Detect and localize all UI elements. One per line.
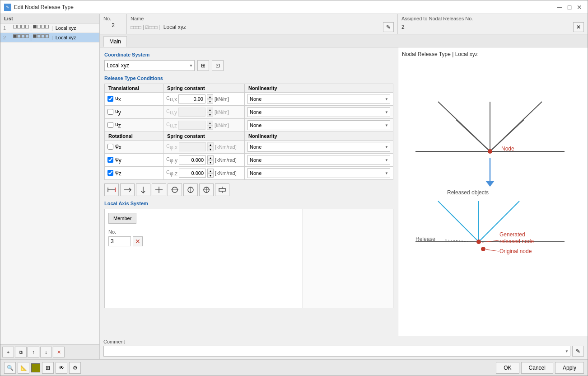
dof-checkbox-phiz[interactable] [107, 170, 113, 176]
dof-checkbox-phiy[interactable] [107, 157, 113, 163]
settings-button[interactable]: ⚙ [69, 362, 81, 374]
spin-down-uz[interactable]: ▼ [207, 125, 213, 130]
toolbar-btn-6[interactable] [183, 183, 198, 196]
spring-input-uy[interactable] [178, 108, 205, 117]
no-field-input[interactable] [108, 236, 131, 246]
dof-checkbox-uy[interactable] [107, 109, 113, 115]
color-indicator-1[interactable] [31, 363, 40, 372]
diagram-title: Nodal Release Type | Local xyz [402, 51, 584, 57]
toolbar-btn-8[interactable] [215, 183, 229, 196]
dof-label-phiz[interactable]: φz [107, 169, 160, 177]
dof-label-uy[interactable]: uy [107, 108, 160, 116]
left-panel: List 1 | | Local xyz 2 [0, 14, 100, 359]
close-button[interactable]: ✕ [575, 3, 584, 12]
dof-label-phix[interactable]: φx [107, 143, 160, 150]
table-row: ux Cu,x ▲ [105, 93, 393, 106]
coord-select[interactable]: Local xyz Global XYZ [104, 60, 195, 71]
nonlin-select-uz[interactable]: None [247, 120, 390, 130]
dof-cell: ux [105, 93, 163, 106]
nonlin-select-wrap-phiz: None ▼ [247, 168, 390, 178]
coord-button[interactable]: 📐 [18, 362, 29, 374]
coord-btn1[interactable]: ⊞ [197, 60, 209, 71]
search-button[interactable]: 🔍 [4, 362, 16, 374]
nonlin-cell-phiz: None ▼ [245, 167, 393, 180]
duplicate-button[interactable]: ⧉ [15, 347, 27, 357]
view-button[interactable]: 👁 [56, 362, 67, 374]
dof-text-uy: uy [115, 108, 121, 116]
nonlin-cell-phix: None ▼ [245, 141, 393, 154]
spin-up-ux[interactable]: ▲ [207, 94, 213, 99]
coord-system-row: Local xyz Global XYZ ▼ ⊞ ⊡ [104, 60, 393, 71]
list-item[interactable]: 2 | | Local xyz [0, 33, 99, 42]
spring-input-phiy[interactable] [179, 155, 206, 164]
spin-down-phix[interactable]: ▼ [207, 147, 214, 151]
toolbar-btn-2[interactable] [120, 183, 135, 196]
spin-down-phiz[interactable]: ▼ [207, 173, 214, 178]
svg-point-31 [481, 247, 485, 251]
add-item-button[interactable]: + [2, 347, 14, 357]
assigned-edit-button[interactable]: ✕ [573, 22, 584, 32]
dof-checkbox-uz[interactable] [107, 122, 113, 128]
dof-text-phix: φx [115, 143, 121, 150]
unit-phix: [kNm/rad] [215, 144, 237, 150]
no-field-clear-button[interactable]: ✕ [133, 236, 143, 246]
import-button[interactable]: ↓ [40, 347, 52, 357]
diagram-svg: Node Released objects [402, 61, 574, 314]
spring-cell-uy: Cu,y ▲ ▼ [kN/m] [163, 106, 245, 119]
nonlin-select-phiz[interactable]: None [247, 168, 390, 178]
unit-uz: [kN/m] [215, 122, 229, 128]
coord-select-wrap: Local xyz Global XYZ ▼ [104, 60, 195, 71]
nonlin-select-phiy[interactable]: None [247, 155, 390, 165]
conditions-toolbar [104, 183, 393, 196]
comment-edit-button[interactable]: ✎ [572, 346, 584, 357]
spin-up-phiy[interactable]: ▲ [207, 155, 214, 160]
toolbar-btn-5[interactable] [168, 183, 182, 196]
spin-up-uz[interactable]: ▲ [207, 121, 213, 125]
delete-button[interactable]: ✕ [53, 347, 65, 357]
release-label-text: Release [415, 236, 435, 242]
toolbar-btn-4[interactable] [152, 183, 166, 196]
spin-up-phix[interactable]: ▲ [207, 142, 214, 147]
toolbar-btn-7[interactable] [199, 183, 214, 196]
spin-up-phiz[interactable]: ▲ [207, 169, 214, 173]
spring-input-ux[interactable] [178, 94, 205, 103]
toolbar-btn-3[interactable] [136, 183, 150, 196]
local-axis-content: Member No. ✕ [104, 209, 393, 308]
col-header-rot-nonlin: Nonlinearity [245, 132, 393, 141]
minimize-button[interactable]: ─ [555, 3, 564, 12]
export-button[interactable]: ↑ [28, 347, 39, 357]
svg-point-23 [488, 149, 492, 154]
list-item[interactable]: 1 | | Local xyz [0, 24, 99, 33]
dof-checkbox-ux[interactable] [107, 96, 113, 102]
nonlin-select-uy[interactable]: None [247, 107, 390, 117]
dof-label-uz[interactable]: uz [107, 121, 160, 129]
nonlin-select-ux[interactable]: None [247, 94, 390, 104]
member-button[interactable]: Member [108, 213, 136, 224]
spin-up-uy[interactable]: ▲ [207, 108, 213, 112]
grid-button[interactable]: ⊞ [42, 362, 54, 374]
coord-btn2[interactable]: ⊡ [212, 60, 224, 71]
dof-checkbox-phix[interactable] [107, 144, 113, 150]
nonlin-select-phix[interactable]: None [247, 142, 390, 152]
spin-down-ux[interactable]: ▼ [207, 99, 213, 103]
dof-text-uz: uz [115, 121, 121, 129]
spin-down-uy[interactable]: ▼ [207, 112, 213, 117]
spring-input-phix[interactable] [179, 142, 206, 151]
spring-label-uy: Cu,y [166, 108, 177, 116]
apply-button[interactable]: Apply [555, 362, 584, 374]
tab-main[interactable]: Main [103, 36, 127, 47]
spring-input-phiz[interactable] [179, 169, 206, 178]
ok-button[interactable]: OK [496, 362, 519, 374]
name-edit-button[interactable]: ✎ [383, 22, 394, 32]
toolbar-btn-1[interactable] [104, 183, 119, 196]
spring-input-uz[interactable] [178, 121, 205, 130]
cancel-button[interactable]: Cancel [521, 362, 553, 374]
spin-down-phiy[interactable]: ▼ [207, 160, 214, 164]
maximize-button[interactable]: □ [565, 3, 574, 12]
released-objects-label: Released objects [447, 189, 489, 196]
dof-label-phiy[interactable]: φy [107, 156, 160, 164]
svg-line-26 [438, 201, 479, 242]
dof-label-ux[interactable]: ux [107, 95, 160, 103]
comment-select[interactable] [103, 346, 570, 357]
main-content: List 1 | | Local xyz 2 [0, 14, 588, 359]
